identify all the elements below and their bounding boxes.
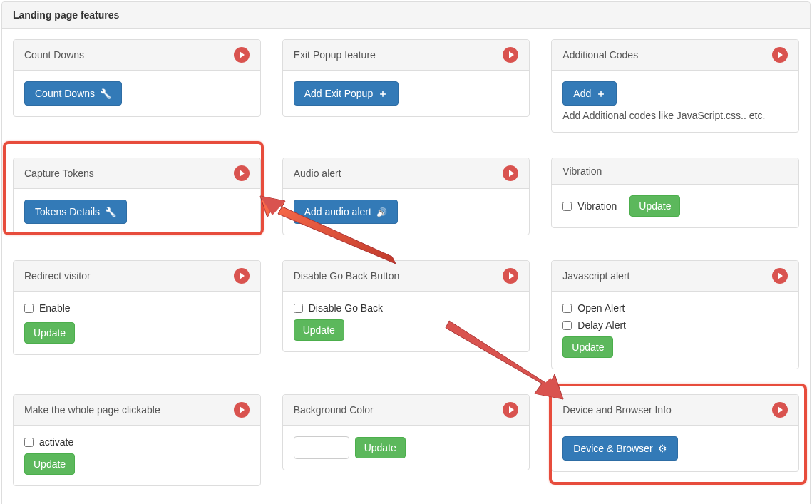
card-redirect-visitor: Redirect visitor Enable Update: [13, 260, 261, 355]
card-title: Vibration: [562, 165, 602, 177]
count-downs-button[interactable]: Count Downs: [24, 81, 122, 106]
button-label: Tokens Details: [35, 206, 100, 217]
jsalert-update-button[interactable]: Update: [562, 336, 613, 358]
card-background-color: Background Color Update: [282, 394, 530, 470]
button-label: Update: [572, 341, 604, 353]
button-label: Add: [573, 88, 591, 99]
play-icon[interactable]: [234, 402, 250, 418]
play-icon[interactable]: [234, 47, 250, 63]
play-icon[interactable]: [234, 268, 250, 284]
card-title: Background Color: [294, 404, 374, 416]
card-title: Capture Tokens: [24, 168, 94, 179]
card-note: Add Additional codes like JavaScript.css…: [562, 110, 788, 121]
tokens-details-button[interactable]: Tokens Details: [24, 200, 127, 224]
card-title: Redirect visitor: [24, 270, 91, 282]
plus-icon: [596, 88, 606, 98]
redirect-enable-checkbox[interactable]: [24, 304, 34, 313]
play-icon[interactable]: [772, 268, 788, 284]
bgcolor-update-button[interactable]: Update: [355, 437, 406, 458]
card-audio-alert: Audio alert Add audio alert: [282, 158, 530, 235]
delay-alert-checkbox[interactable]: [562, 321, 572, 330]
card-title: Make the whole page clickable: [24, 404, 160, 416]
add-code-button[interactable]: Add: [562, 81, 617, 106]
card-additional-codes: Additional Codes Add Add Additional code…: [551, 39, 799, 133]
card-whole-page-clickable: Make the whole page clickable activate U…: [13, 394, 261, 486]
button-label: Add Exit Popup: [304, 88, 374, 99]
checkbox-label[interactable]: Disable Go Back: [309, 302, 383, 314]
button-label: Update: [34, 458, 66, 470]
clickable-update-button[interactable]: Update: [24, 453, 75, 475]
button-label: Update: [303, 324, 335, 336]
card-title: Audio alert: [294, 168, 341, 179]
card-title: Additional Codes: [562, 49, 638, 61]
go-back-checkbox[interactable]: [294, 304, 303, 313]
card-javascript-alert: Javascript alert Open Alert Delay Alert …: [551, 260, 799, 369]
page-title: Landing page features: [2, 2, 810, 29]
play-icon[interactable]: [772, 402, 788, 418]
card-title: Disable Go Back Button: [294, 270, 400, 282]
button-label: Device & Browser: [573, 443, 652, 454]
gear-icon: [658, 443, 667, 453]
play-icon[interactable]: [234, 165, 250, 181]
checkbox-label[interactable]: Open Alert: [577, 302, 625, 314]
card-disable-go-back: Disable Go Back Button Disable Go Back U…: [282, 260, 530, 352]
play-icon[interactable]: [503, 402, 518, 418]
add-exit-popup-button[interactable]: Add Exit Popup: [294, 81, 399, 106]
button-label: Update: [364, 442, 396, 453]
open-alert-checkbox[interactable]: [562, 304, 572, 313]
checkbox-label[interactable]: Delay Alert: [577, 319, 626, 331]
card-title: Exit Popup feature: [294, 49, 376, 61]
card-title: Device and Browser Info: [562, 404, 672, 416]
bg-color-input[interactable]: [294, 436, 349, 459]
card-exit-popup: Exit Popup feature Add Exit Popup: [282, 39, 530, 117]
play-icon[interactable]: [503, 268, 518, 284]
button-label: Count Downs: [35, 88, 95, 99]
add-audio-alert-button[interactable]: Add audio alert: [294, 200, 398, 224]
main-panel: Landing page features Count Downs Count …: [1, 1, 811, 504]
button-label: Update: [34, 327, 66, 339]
play-icon[interactable]: [503, 47, 518, 63]
go-back-update-button[interactable]: Update: [294, 319, 344, 341]
card-vibration: Vibration Vibration Update: [551, 158, 799, 228]
button-label: Add audio alert: [304, 206, 371, 217]
card-device-browser: Device and Browser Info Device & Browser: [551, 394, 799, 472]
checkbox-label[interactable]: Enable: [39, 302, 71, 314]
vibration-update-button[interactable]: Update: [629, 195, 680, 217]
activate-checkbox[interactable]: [24, 438, 34, 447]
redirect-update-button[interactable]: Update: [24, 322, 75, 344]
checkbox-label[interactable]: activate: [39, 436, 73, 448]
button-label: Update: [639, 200, 671, 212]
cards-grid: Count Downs Count Downs Exit Popup featu…: [2, 29, 810, 504]
checkbox-label[interactable]: Vibration: [577, 200, 617, 212]
card-count-downs: Count Downs Count Downs: [13, 39, 261, 117]
plus-icon: [378, 88, 388, 98]
volume-icon: [376, 207, 387, 217]
card-capture-tokens: Capture Tokens Tokens Details: [13, 158, 261, 235]
play-icon[interactable]: [503, 165, 518, 181]
wrench-icon: [100, 88, 111, 98]
wrench-icon: [105, 207, 116, 217]
vibration-checkbox[interactable]: [562, 202, 572, 211]
card-title: Count Downs: [24, 49, 84, 61]
card-title: Javascript alert: [562, 270, 629, 282]
play-icon[interactable]: [772, 47, 788, 63]
device-browser-button[interactable]: Device & Browser: [562, 436, 677, 461]
